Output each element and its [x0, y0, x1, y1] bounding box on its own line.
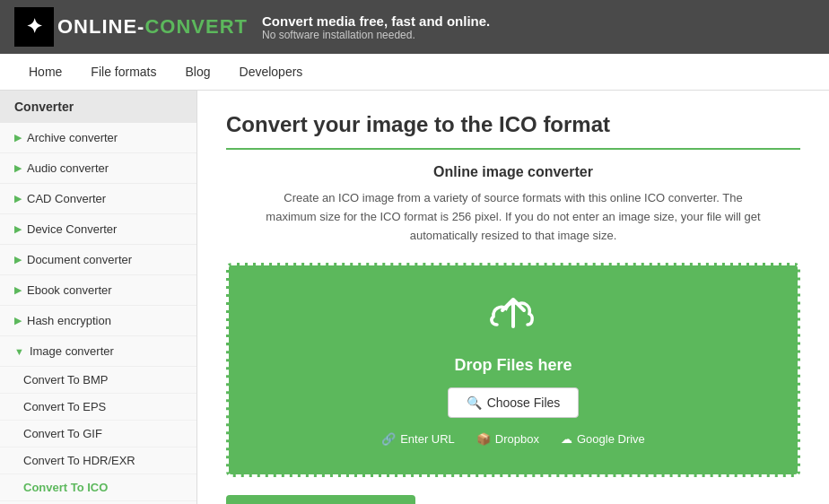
- sidebar-item-hash[interactable]: ▶ Hash encryption: [0, 306, 196, 336]
- dropzone[interactable]: Drop Files here 🔍 Choose Files 🔗 Enter U…: [226, 263, 800, 477]
- converter-heading: Online image converter: [226, 164, 800, 180]
- page-title: Convert your image to the ICO format: [226, 112, 800, 150]
- choose-files-button[interactable]: 🔍 Choose Files: [448, 387, 580, 418]
- sidebar: Converter ▶ Archive converter ▶ Audio co…: [0, 91, 197, 504]
- search-icon: 🔍: [467, 395, 482, 410]
- start-conversion-button[interactable]: ❯ Start conversion: [226, 495, 415, 504]
- nav-file-formats[interactable]: File formats: [76, 54, 170, 90]
- sidebar-item-ebook[interactable]: ▶ Ebook converter: [0, 275, 196, 306]
- arrow-icon: ▶: [14, 223, 22, 235]
- sidebar-subitem-hdr[interactable]: Convert To HDR/EXR: [0, 448, 196, 474]
- enter-url-link[interactable]: 🔗 Enter URL: [381, 432, 455, 446]
- google-drive-icon: ☁: [561, 432, 572, 446]
- sidebar-item-audio[interactable]: ▶ Audio converter: [0, 153, 196, 184]
- action-row: ❯ Start conversion Add example file: [226, 495, 800, 504]
- nav-home[interactable]: Home: [14, 54, 76, 90]
- sidebar-item-document[interactable]: ▶ Document converter: [0, 245, 196, 275]
- arrow-icon: ▶: [14, 315, 22, 326]
- logo-box[interactable]: ✦ ONLINE-CONVERT: [14, 7, 248, 47]
- link-icon: 🔗: [381, 432, 396, 446]
- sidebar-subitem-gif[interactable]: Convert To GIF: [0, 421, 196, 448]
- nav-blog[interactable]: Blog: [170, 54, 224, 90]
- converter-info: Online image converter Create an ICO ima…: [226, 164, 800, 245]
- dropbox-icon: 📦: [476, 432, 491, 446]
- dropzone-links: 🔗 Enter URL 📦 Dropbox ☁ Google Drive: [247, 432, 780, 446]
- tagline-line1: Convert media free, fast and online.: [262, 13, 490, 29]
- sidebar-item-cad[interactable]: ▶ CAD Converter: [0, 184, 196, 214]
- sidebar-header: Converter: [0, 91, 196, 123]
- dropbox-link[interactable]: 📦 Dropbox: [476, 432, 539, 446]
- header: ✦ ONLINE-CONVERT Convert media free, fas…: [0, 0, 829, 54]
- main-content: Convert your image to the ICO format Onl…: [197, 91, 829, 504]
- drop-files-text: Drop Files here: [247, 356, 780, 375]
- arrow-icon: ▶: [14, 284, 22, 296]
- google-drive-link[interactable]: ☁ Google Drive: [561, 432, 645, 446]
- tagline-line2: No software installation needed.: [262, 29, 490, 41]
- arrow-icon: ▶: [14, 162, 22, 174]
- logo-text: ONLINE-CONVERT: [57, 15, 248, 39]
- converter-description: Create an ICO image from a variety of so…: [262, 189, 764, 245]
- arrow-icon: ▶: [14, 254, 22, 265]
- header-tagline: Convert media free, fast and online. No …: [262, 13, 490, 41]
- sidebar-subitem-eps[interactable]: Convert To EPS: [0, 394, 196, 421]
- sidebar-item-image[interactable]: ▼ Image converter: [0, 336, 196, 367]
- arrow-icon-down: ▼: [14, 346, 24, 357]
- nav: Home File formats Blog Developers: [0, 54, 829, 91]
- upload-cloud-icon: [247, 294, 780, 349]
- arrow-icon: ▶: [14, 132, 22, 143]
- sidebar-item-device[interactable]: ▶ Device Converter: [0, 214, 196, 245]
- layout: Converter ▶ Archive converter ▶ Audio co…: [0, 91, 829, 504]
- sidebar-subitem-bmp[interactable]: Convert To BMP: [0, 367, 196, 394]
- logo-icon: ✦: [14, 7, 54, 47]
- arrow-icon: ▶: [14, 193, 22, 204]
- sidebar-item-archive[interactable]: ▶ Archive converter: [0, 123, 196, 153]
- sidebar-subitem-ico[interactable]: Convert To ICO: [0, 474, 196, 501]
- nav-developers[interactable]: Developers: [225, 54, 318, 90]
